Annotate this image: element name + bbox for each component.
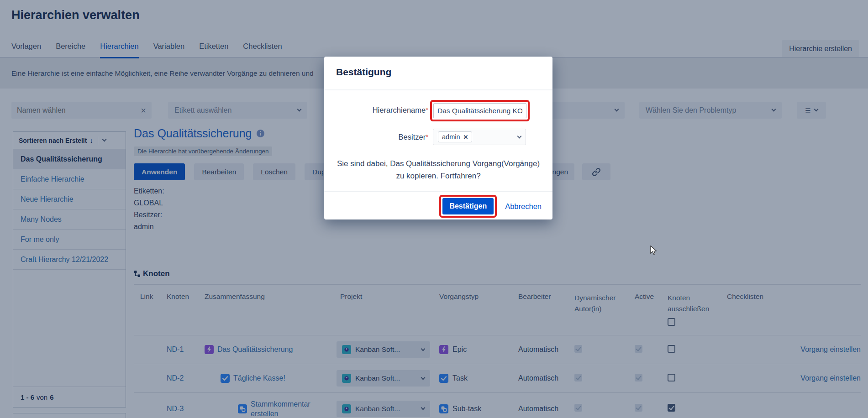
confirmation-message: Sie sind dabei, Das Qualitätssicherung V… bbox=[332, 157, 544, 182]
owner-label: Besitzer* bbox=[324, 133, 428, 141]
owner-chip: admin ✕ bbox=[438, 131, 472, 142]
annotation-highlight-button: Bestätigen bbox=[439, 195, 497, 218]
hierarchy-name-input[interactable] bbox=[433, 103, 526, 118]
owner-select[interactable]: admin ✕ bbox=[433, 129, 526, 145]
dialog-title: Bestätigung bbox=[336, 67, 391, 78]
chevron-down-icon bbox=[517, 134, 522, 138]
confirm-button[interactable]: Bestätigen bbox=[442, 198, 494, 214]
dialog-footer: Bestätigen Abbrechen bbox=[439, 195, 542, 218]
required-mark: * bbox=[426, 133, 428, 141]
annotation-highlight-input bbox=[430, 100, 530, 121]
page: Hierarchien verwalten Hierarchie erstell… bbox=[0, 0, 868, 418]
cancel-button[interactable]: Abbrechen bbox=[505, 202, 542, 211]
hierarchy-name-label: Hierarchiename* bbox=[324, 106, 428, 115]
required-mark: * bbox=[426, 106, 428, 114]
mouse-cursor bbox=[650, 246, 659, 257]
remove-owner-icon[interactable]: ✕ bbox=[463, 134, 468, 141]
confirmation-dialog: Bestätigung Hierarchiename* Besitzer* ad… bbox=[324, 57, 552, 219]
